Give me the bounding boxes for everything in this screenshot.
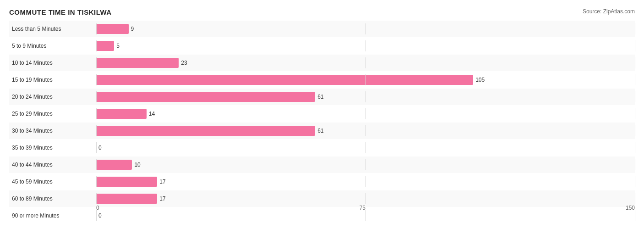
bar-label: 40 to 44 Minutes bbox=[9, 162, 96, 168]
grid-line bbox=[96, 210, 97, 221]
bar-track: 105 bbox=[96, 74, 635, 85]
bar-label: 30 to 34 Minutes bbox=[9, 128, 96, 134]
grid-line bbox=[635, 142, 635, 153]
chart-source: Source: ZipAtlas.com bbox=[583, 8, 635, 15]
grid-line bbox=[366, 159, 366, 170]
bar-row: 45 to 59 Minutes17 bbox=[9, 173, 635, 190]
grid-line bbox=[635, 210, 635, 221]
bar-value: 61 bbox=[317, 128, 323, 134]
grid-line bbox=[96, 142, 97, 153]
bar-label: 90 or more Minutes bbox=[9, 212, 96, 219]
grid-line bbox=[366, 57, 366, 68]
bar-row: 15 to 19 Minutes105 bbox=[9, 72, 635, 88]
x-axis: 075150 bbox=[96, 205, 635, 211]
bar-fill bbox=[96, 177, 157, 187]
grid-line bbox=[366, 108, 366, 119]
grid-line bbox=[366, 40, 366, 51]
grid-line bbox=[366, 210, 366, 221]
grid-line bbox=[635, 193, 635, 204]
bar-label: 15 to 19 Minutes bbox=[9, 77, 96, 83]
bar-label: 60 to 89 Minutes bbox=[9, 195, 96, 202]
bar-row: 35 to 39 Minutes0 bbox=[9, 140, 635, 156]
grid-line bbox=[635, 40, 635, 51]
bar-label: 5 to 9 Minutes bbox=[9, 43, 96, 49]
bar-fill bbox=[96, 109, 147, 119]
bar-label: 10 to 14 Minutes bbox=[9, 60, 96, 66]
bar-track: 17 bbox=[96, 176, 635, 187]
bar-fill bbox=[96, 58, 179, 68]
bar-track: 14 bbox=[96, 108, 635, 119]
bar-value: 17 bbox=[159, 179, 165, 185]
bar-value: 5 bbox=[116, 43, 120, 49]
chart-title: COMMUTE TIME IN TISKILWA bbox=[9, 8, 112, 16]
chart-header: COMMUTE TIME IN TISKILWA Source: ZipAtla… bbox=[9, 8, 635, 16]
bar-value: 10 bbox=[134, 162, 140, 168]
chart-body: Less than 5 Minutes95 to 9 Minutes510 to… bbox=[9, 21, 635, 211]
bar-row: 20 to 24 Minutes61 bbox=[9, 89, 635, 105]
grid-line bbox=[366, 142, 366, 153]
grid-line bbox=[366, 176, 366, 187]
bar-fill bbox=[96, 92, 315, 102]
bar-label: Less than 5 Minutes bbox=[9, 26, 96, 32]
bar-value: 23 bbox=[181, 60, 187, 66]
grid-line bbox=[635, 159, 635, 170]
bar-value: 9 bbox=[131, 26, 134, 32]
bar-value: 0 bbox=[98, 212, 102, 219]
bar-row: 5 to 9 Minutes5 bbox=[9, 38, 635, 54]
grid-line bbox=[635, 91, 635, 102]
bar-fill bbox=[96, 160, 132, 170]
bar-value: 14 bbox=[149, 111, 155, 117]
bar-label: 20 to 24 Minutes bbox=[9, 94, 96, 100]
grid-line bbox=[635, 125, 635, 136]
bar-track: 0 bbox=[96, 210, 635, 221]
grid-line bbox=[366, 125, 366, 136]
x-axis-tick: 0 bbox=[96, 205, 99, 211]
grid-line bbox=[366, 91, 366, 102]
x-axis-tick: 75 bbox=[360, 205, 366, 211]
bar-row: 10 to 14 Minutes23 bbox=[9, 55, 635, 71]
bar-row: Less than 5 Minutes9 bbox=[9, 21, 635, 37]
bar-fill bbox=[96, 24, 129, 34]
bar-label: 35 to 39 Minutes bbox=[9, 145, 96, 151]
grid-line bbox=[635, 57, 635, 68]
bar-value: 61 bbox=[317, 94, 323, 100]
bar-row: 40 to 44 Minutes10 bbox=[9, 156, 635, 173]
bar-row: 30 to 34 Minutes61 bbox=[9, 123, 635, 139]
bar-label: 45 to 59 Minutes bbox=[9, 179, 96, 185]
grid-line bbox=[635, 23, 635, 34]
bar-track: 0 bbox=[96, 142, 635, 153]
bar-track: 17 bbox=[96, 193, 635, 204]
bar-track: 10 bbox=[96, 159, 635, 170]
bar-fill bbox=[96, 126, 315, 136]
bar-fill bbox=[96, 194, 157, 204]
chart-container: COMMUTE TIME IN TISKILWA Source: ZipAtla… bbox=[0, 0, 644, 240]
bar-fill bbox=[96, 75, 473, 85]
grid-line bbox=[635, 176, 635, 187]
bar-track: 23 bbox=[96, 57, 635, 68]
bar-value: 17 bbox=[159, 195, 165, 202]
grid-line bbox=[635, 108, 635, 119]
grid-line bbox=[366, 193, 366, 204]
bar-fill bbox=[96, 41, 114, 51]
bar-value: 0 bbox=[98, 145, 102, 151]
x-axis-tick: 150 bbox=[626, 205, 635, 211]
bar-track: 61 bbox=[96, 125, 635, 136]
grid-line bbox=[366, 23, 366, 34]
bar-row: 25 to 29 Minutes14 bbox=[9, 106, 635, 122]
bars-area: Less than 5 Minutes95 to 9 Minutes510 to… bbox=[9, 21, 635, 197]
bar-track: 9 bbox=[96, 23, 635, 34]
grid-line bbox=[635, 74, 635, 85]
bar-track: 61 bbox=[96, 91, 635, 102]
bar-label: 25 to 29 Minutes bbox=[9, 111, 96, 117]
bar-track: 5 bbox=[96, 40, 635, 51]
bar-value: 105 bbox=[475, 77, 485, 83]
